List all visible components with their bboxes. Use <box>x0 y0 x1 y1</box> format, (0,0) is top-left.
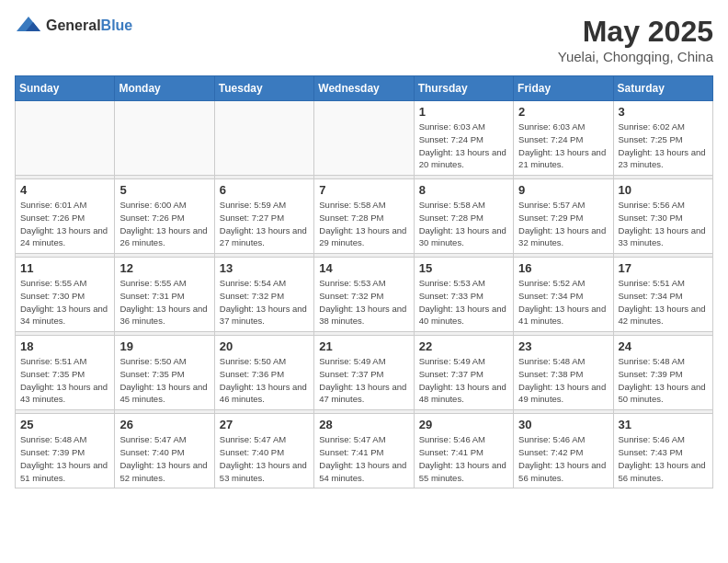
calendar-cell: 13Sunrise: 5:54 AM Sunset: 7:32 PM Dayli… <box>214 258 313 332</box>
day-number: 27 <box>220 418 309 431</box>
day-number: 3 <box>619 105 708 119</box>
calendar-cell: 30Sunrise: 5:46 AM Sunset: 7:42 PM Dayli… <box>514 414 613 488</box>
calendar-cell: 9Sunrise: 5:57 AM Sunset: 7:29 PM Daylig… <box>514 179 613 254</box>
day-info: Sunrise: 5:50 AM Sunset: 7:36 PM Dayligh… <box>220 355 309 406</box>
calendar-cell: 29Sunrise: 5:46 AM Sunset: 7:41 PM Dayli… <box>414 414 513 488</box>
day-number: 20 <box>220 339 309 353</box>
day-number: 22 <box>419 339 508 353</box>
day-info: Sunrise: 5:51 AM Sunset: 7:34 PM Dayligh… <box>619 277 708 327</box>
logo-general: General <box>46 17 101 33</box>
day-info: Sunrise: 5:58 AM Sunset: 7:28 PM Dayligh… <box>419 199 508 249</box>
day-number: 25 <box>20 418 109 431</box>
calendar-cell: 20Sunrise: 5:50 AM Sunset: 7:36 PM Dayli… <box>214 336 313 410</box>
day-info: Sunrise: 5:49 AM Sunset: 7:37 PM Dayligh… <box>319 355 408 406</box>
day-number: 5 <box>119 183 209 197</box>
calendar-title: May 2025 <box>558 15 713 49</box>
day-info: Sunrise: 6:00 AM Sunset: 7:26 PM Dayligh… <box>119 199 209 249</box>
day-number: 16 <box>518 261 608 275</box>
day-info: Sunrise: 5:46 AM Sunset: 7:41 PM Dayligh… <box>419 433 508 484</box>
day-number: 24 <box>619 339 708 353</box>
day-info: Sunrise: 5:51 AM Sunset: 7:35 PM Dayligh… <box>20 355 109 406</box>
day-info: Sunrise: 5:47 AM Sunset: 7:40 PM Dayligh… <box>220 433 309 484</box>
calendar-cell: 3Sunrise: 6:02 AM Sunset: 7:25 PM Daylig… <box>613 101 712 176</box>
weekday-header: Saturday <box>613 76 712 101</box>
calendar-cell <box>214 101 313 176</box>
calendar-cell: 16Sunrise: 5:52 AM Sunset: 7:34 PM Dayli… <box>514 258 613 332</box>
weekday-header: Friday <box>514 76 613 101</box>
day-info: Sunrise: 5:57 AM Sunset: 7:29 PM Dayligh… <box>518 199 608 249</box>
calendar-cell: 5Sunrise: 6:00 AM Sunset: 7:26 PM Daylig… <box>115 179 214 254</box>
day-info: Sunrise: 5:48 AM Sunset: 7:38 PM Dayligh… <box>518 355 608 406</box>
day-number: 10 <box>619 183 708 197</box>
day-info: Sunrise: 5:53 AM Sunset: 7:32 PM Dayligh… <box>319 277 408 327</box>
calendar-cell: 26Sunrise: 5:47 AM Sunset: 7:40 PM Dayli… <box>115 414 214 488</box>
weekday-header: Sunday <box>16 76 115 101</box>
day-number: 19 <box>119 339 209 353</box>
logo: GeneralBlue <box>15 15 132 37</box>
day-info: Sunrise: 5:52 AM Sunset: 7:34 PM Dayligh… <box>518 277 608 327</box>
calendar-cell: 14Sunrise: 5:53 AM Sunset: 7:32 PM Dayli… <box>314 258 414 332</box>
day-info: Sunrise: 5:53 AM Sunset: 7:33 PM Dayligh… <box>419 277 508 327</box>
day-number: 28 <box>319 418 408 431</box>
day-info: Sunrise: 6:01 AM Sunset: 7:26 PM Dayligh… <box>20 199 109 249</box>
day-number: 31 <box>619 418 708 431</box>
calendar-cell: 7Sunrise: 5:58 AM Sunset: 7:28 PM Daylig… <box>314 179 414 254</box>
day-number: 30 <box>518 418 608 431</box>
day-info: Sunrise: 5:54 AM Sunset: 7:32 PM Dayligh… <box>220 277 309 327</box>
day-info: Sunrise: 5:46 AM Sunset: 7:42 PM Dayligh… <box>518 433 608 484</box>
day-info: Sunrise: 5:56 AM Sunset: 7:30 PM Dayligh… <box>619 199 708 249</box>
day-info: Sunrise: 5:47 AM Sunset: 7:41 PM Dayligh… <box>319 433 408 484</box>
day-number: 4 <box>20 183 109 197</box>
weekday-header: Tuesday <box>214 76 313 101</box>
day-info: Sunrise: 5:50 AM Sunset: 7:35 PM Dayligh… <box>119 355 209 406</box>
calendar-cell <box>16 101 115 176</box>
calendar-location: Yuelai, Chongqing, China <box>558 49 713 64</box>
day-info: Sunrise: 6:02 AM Sunset: 7:25 PM Dayligh… <box>619 121 708 171</box>
calendar-cell: 27Sunrise: 5:47 AM Sunset: 7:40 PM Dayli… <box>214 414 313 488</box>
day-info: Sunrise: 5:58 AM Sunset: 7:28 PM Dayligh… <box>319 199 408 249</box>
page-header: GeneralBlue May 2025 Yuelai, Chongqing, … <box>15 15 713 64</box>
calendar-cell: 11Sunrise: 5:55 AM Sunset: 7:30 PM Dayli… <box>16 258 115 332</box>
weekday-header: Wednesday <box>314 76 414 101</box>
day-number: 2 <box>518 105 608 119</box>
calendar-cell: 15Sunrise: 5:53 AM Sunset: 7:33 PM Dayli… <box>414 258 513 332</box>
calendar-cell: 12Sunrise: 5:55 AM Sunset: 7:31 PM Dayli… <box>115 258 214 332</box>
day-info: Sunrise: 5:47 AM Sunset: 7:40 PM Dayligh… <box>119 433 209 484</box>
calendar-cell <box>115 101 214 176</box>
day-number: 15 <box>419 261 508 275</box>
day-number: 26 <box>119 418 209 431</box>
day-number: 1 <box>419 105 508 119</box>
calendar-cell: 2Sunrise: 6:03 AM Sunset: 7:24 PM Daylig… <box>514 101 613 176</box>
calendar-cell: 4Sunrise: 6:01 AM Sunset: 7:26 PM Daylig… <box>16 179 115 254</box>
day-number: 12 <box>119 261 209 275</box>
calendar-cell: 23Sunrise: 5:48 AM Sunset: 7:38 PM Dayli… <box>514 336 613 410</box>
calendar-cell: 21Sunrise: 5:49 AM Sunset: 7:37 PM Dayli… <box>314 336 414 410</box>
title-block: May 2025 Yuelai, Chongqing, China <box>558 15 713 64</box>
logo-icon <box>15 15 42 37</box>
calendar-cell: 31Sunrise: 5:46 AM Sunset: 7:43 PM Dayli… <box>613 414 712 488</box>
calendar-cell: 25Sunrise: 5:48 AM Sunset: 7:39 PM Dayli… <box>16 414 115 488</box>
day-number: 14 <box>319 261 408 275</box>
calendar-cell: 1Sunrise: 6:03 AM Sunset: 7:24 PM Daylig… <box>414 101 513 176</box>
logo-text: GeneralBlue <box>46 17 132 34</box>
day-info: Sunrise: 5:59 AM Sunset: 7:27 PM Dayligh… <box>220 199 309 249</box>
day-number: 8 <box>419 183 508 197</box>
logo-blue: Blue <box>101 17 133 33</box>
day-info: Sunrise: 5:48 AM Sunset: 7:39 PM Dayligh… <box>20 433 109 484</box>
weekday-header: Thursday <box>414 76 513 101</box>
day-info: Sunrise: 6:03 AM Sunset: 7:24 PM Dayligh… <box>518 121 608 171</box>
day-info: Sunrise: 5:49 AM Sunset: 7:37 PM Dayligh… <box>419 355 508 406</box>
day-number: 29 <box>419 418 508 431</box>
calendar-cell: 10Sunrise: 5:56 AM Sunset: 7:30 PM Dayli… <box>613 179 712 254</box>
day-number: 18 <box>20 339 109 353</box>
day-number: 7 <box>319 183 408 197</box>
weekday-header: Monday <box>115 76 214 101</box>
day-info: Sunrise: 5:55 AM Sunset: 7:30 PM Dayligh… <box>20 277 109 327</box>
day-info: Sunrise: 5:48 AM Sunset: 7:39 PM Dayligh… <box>619 355 708 406</box>
day-number: 6 <box>220 183 309 197</box>
calendar-cell: 8Sunrise: 5:58 AM Sunset: 7:28 PM Daylig… <box>414 179 513 254</box>
calendar-cell: 17Sunrise: 5:51 AM Sunset: 7:34 PM Dayli… <box>613 258 712 332</box>
calendar-cell: 28Sunrise: 5:47 AM Sunset: 7:41 PM Dayli… <box>314 414 414 488</box>
calendar-table: SundayMondayTuesdayWednesdayThursdayFrid… <box>15 75 713 488</box>
calendar-cell: 18Sunrise: 5:51 AM Sunset: 7:35 PM Dayli… <box>16 336 115 410</box>
